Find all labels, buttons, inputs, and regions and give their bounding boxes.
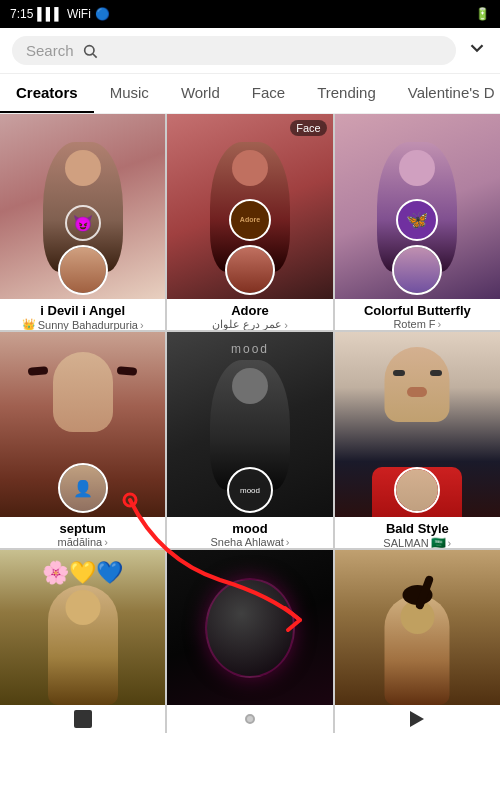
avatar-septum: 👤 <box>58 463 108 513</box>
arrow-icon-bald: › <box>448 537 452 548</box>
search-placeholder: Search <box>26 42 74 59</box>
search-input-wrap[interactable]: Search <box>12 36 456 65</box>
card-sub-butterfly: Rotem F › <box>341 318 494 330</box>
search-icon <box>82 43 98 59</box>
nav-tabs: Creators Music World Face Trending Valen… <box>0 74 500 114</box>
stop-icon <box>74 710 92 728</box>
card-info-butterfly: Colorful Butterfly Rotem F › <box>335 299 500 330</box>
arrow-icon-adore: › <box>284 319 288 331</box>
card-info-bald: Bald Style SALMAN 🇸🇦 › <box>335 517 500 548</box>
tab-face[interactable]: Face <box>236 74 301 113</box>
mood-text: mood <box>231 342 269 356</box>
card-bottom3[interactable] <box>335 550 500 733</box>
card-bottom-bar2 <box>167 705 332 733</box>
crown-emojis: 🌸💛💙 <box>42 560 123 586</box>
card-author-septum: mădălina <box>58 536 103 548</box>
tab-creators[interactable]: Creators <box>0 74 94 113</box>
arrow-icon-septum: › <box>104 536 108 548</box>
card-sub-adore: عمر درع علوان › <box>173 318 326 330</box>
card-sub-idevil: 👑 Sunny Bahadurpuria › <box>6 318 159 330</box>
card-bottom-bar1 <box>0 705 165 733</box>
card-title-idevil: i Devil i Angel <box>6 303 159 318</box>
card-author-idevil: Sunny Bahadurpuria <box>38 319 138 331</box>
avatar-idevil <box>58 245 108 295</box>
time: 7:15 <box>10 7 33 21</box>
play-icon <box>410 711 424 727</box>
card-septum[interactable]: 👤 septum mădălina › <box>0 332 165 548</box>
signal-icon: ▌▌▌ <box>37 7 63 21</box>
card-sub-bald: SALMAN 🇸🇦 › <box>341 536 494 548</box>
tab-world[interactable]: World <box>165 74 236 113</box>
battery-icon: 🔋 <box>475 7 490 21</box>
wifi-icon: WiFi <box>67 7 91 21</box>
filter-icon-bald <box>394 467 440 513</box>
filter-grid: 😈 i Devil i Angel 👑 Sunny Bahadurpuria › <box>0 114 500 733</box>
search-bar: Search <box>0 28 500 74</box>
card-title-adore: Adore <box>173 303 326 318</box>
card-bottom-bar3 <box>335 705 500 733</box>
card-author-adore: عمر درع علوان <box>212 318 282 330</box>
tab-trending[interactable]: Trending <box>301 74 392 113</box>
tab-valentines[interactable]: Valentine's D <box>392 74 500 113</box>
arrow-icon-butterfly: › <box>438 318 442 330</box>
card-title-septum: septum <box>6 521 159 536</box>
card-adore[interactable]: Face Adore Adore عمر درع علوان › <box>167 114 332 330</box>
card-info-septum: septum mădălina › <box>0 517 165 548</box>
card-title-butterfly: Colorful Butterfly <box>341 303 494 318</box>
status-left: 7:15 ▌▌▌ WiFi 🔵 <box>10 7 110 21</box>
card-info-adore: Adore عمر درع علوان › <box>167 299 332 330</box>
status-bar: 7:15 ▌▌▌ WiFi 🔵 🔋 <box>0 0 500 28</box>
bt-icon: 🔵 <box>95 7 110 21</box>
card-author-mood: Sneha Ahlawat <box>210 536 283 548</box>
card-info-idevil: i Devil i Angel 👑 Sunny Bahadurpuria › <box>0 299 165 330</box>
status-right: 🔋 <box>475 7 490 21</box>
flag-saudi: 🇸🇦 <box>431 536 446 548</box>
filter-icon-adore: Adore <box>229 199 271 241</box>
filter-icon-idevil: 😈 <box>65 205 101 241</box>
card-butterfly[interactable]: 🦋 Colorful Butterfly Rotem F › <box>335 114 500 330</box>
tab-music[interactable]: Music <box>94 74 165 113</box>
filter-icon-butterfly: 🦋 <box>396 199 438 241</box>
chevron-down-icon[interactable] <box>466 37 488 65</box>
filter-icon-mood: mood <box>227 467 273 513</box>
arrow-icon-mood: › <box>286 536 290 548</box>
face-badge: Face <box>290 120 326 136</box>
card-bald[interactable]: Bald Style SALMAN 🇸🇦 › <box>335 332 500 548</box>
arrow-icon: › <box>140 319 144 331</box>
card-title-bald: Bald Style <box>341 521 494 536</box>
svg-line-1 <box>93 54 97 58</box>
avatar-adore <box>225 245 275 295</box>
card-bottom1[interactable]: 🌸💛💙 <box>0 550 165 733</box>
card-title-mood: mood <box>173 521 326 536</box>
crown-icon: 👑 <box>22 318 36 330</box>
svg-point-0 <box>84 45 93 54</box>
card-author-bald: SALMAN <box>383 537 428 548</box>
card-info-mood: mood Sneha Ahlawat › <box>167 517 332 548</box>
avatar-butterfly <box>392 245 442 295</box>
card-bottom2[interactable] <box>167 550 332 733</box>
card-idevil[interactable]: 😈 i Devil i Angel 👑 Sunny Bahadurpuria › <box>0 114 165 330</box>
card-sub-mood: Sneha Ahlawat › <box>173 536 326 548</box>
circle-icon <box>245 714 255 724</box>
card-mood[interactable]: mood mood mood Sneha Ahlawat › <box>167 332 332 548</box>
card-sub-septum: mădălina › <box>6 536 159 548</box>
card-author-butterfly: Rotem F <box>393 318 435 330</box>
